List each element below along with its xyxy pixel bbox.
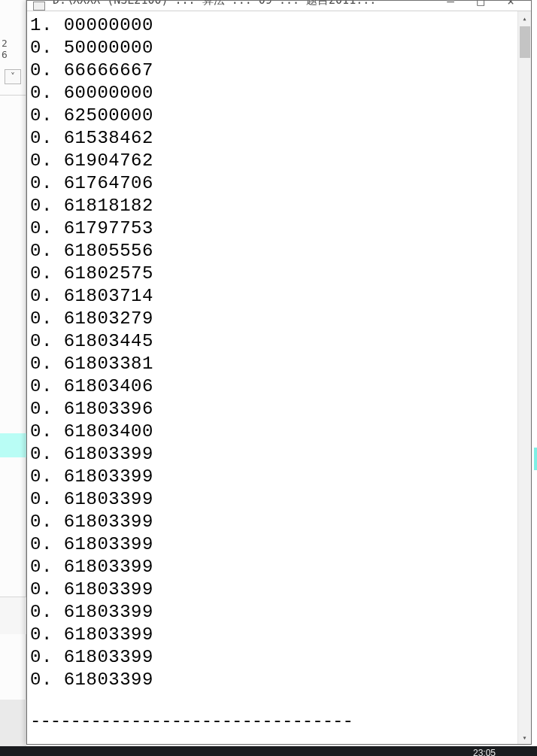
output-line: 0. 61904762 [30,150,517,172]
bg-divider-2 [0,597,26,597]
output-line: 0. 61803399 [30,443,517,466]
output-line: 0. 61803399 [30,488,517,511]
output-line: 0. 61538462 [30,127,517,150]
output-line: 0. 61803714 [30,285,517,308]
output-line: 0. 50000000 [30,37,517,59]
maximize-button[interactable]: □ [474,1,487,7]
console-window: D:\XXXX (NSL2100) ... 算法 ... 09 ... 题目20… [26,0,532,745]
output-line: 0. 61803396 [30,398,517,421]
output-line: 0. 61803399 [30,601,517,624]
scroll-up-button[interactable]: ▴ [518,11,531,25]
maximize-icon: □ [477,1,484,8]
output-line: 0. 61803399 [30,511,517,533]
bg-cell-fragment: 2 6 [0,38,23,54]
output-line: 0. 61818182 [30,195,517,217]
chevron-down-icon: ˅ [11,71,15,82]
taskbar[interactable]: 23:05 [0,746,537,756]
output-line: 0. 61803400 [30,421,517,443]
minimize-icon: — [447,1,454,8]
bg-zone-footer [0,700,26,748]
scroll-down-button[interactable]: ▾ [518,730,531,744]
bg-dropdown[interactable]: ˅ [5,69,21,84]
output-line: 0. 61803445 [30,330,517,353]
output-line: 0. 66666667 [30,59,517,82]
output-line: 0. 61803399 [30,578,517,601]
titlebar[interactable]: D:\XXXX (NSL2100) ... 算法 ... 09 ... 题目20… [27,1,531,11]
vertical-scrollbar[interactable]: ▴ ▾ [517,11,531,744]
output-line: 0. 61803279 [30,308,517,330]
content-wrap: 1. 000000000. 500000000. 666666670. 6000… [27,11,531,744]
caret-down-icon: ▾ [522,733,526,742]
output-line: 0. 60000000 [30,82,517,105]
output-line: 0. 61803406 [30,375,517,398]
output-line: 0. 61797753 [30,217,517,240]
window-icon [33,2,45,11]
output-line: 0. 61803381 [30,353,517,375]
output-line: 0. 61803399 [30,646,517,669]
bg-divider [0,95,26,96]
output-line: 0. 61803399 [30,556,517,578]
bg-row-highlight [0,433,26,457]
window-controls: — □ × [444,1,531,7]
bg-spreadsheet-strip [0,0,26,756]
taskbar-clock[interactable]: 23:05 [473,748,496,756]
output-line: 0. 61803399 [30,466,517,488]
output-separator: -------------------------------- [30,710,517,733]
console-output: 1. 000000000. 500000000. 666666670. 6000… [27,11,517,744]
output-line: 0. 61803399 [30,624,517,646]
scroll-thumb[interactable] [520,26,530,58]
output-line: 0. 61803399 [30,533,517,556]
close-button[interactable]: × [504,1,517,7]
caret-up-icon: ▴ [522,14,526,23]
output-line: 0. 61803399 [30,669,517,691]
bg-right-highlight [534,448,537,470]
close-icon: × [507,1,514,8]
minimize-button[interactable]: — [444,1,457,7]
output-line: 0. 61764706 [30,172,517,195]
output-line: 1. 00000000 [30,14,517,37]
output-line: 0. 62500000 [30,105,517,127]
output-line: 0. 61805556 [30,240,517,263]
output-line: 0. 61802575 [30,263,517,285]
bg-zone [0,597,26,634]
